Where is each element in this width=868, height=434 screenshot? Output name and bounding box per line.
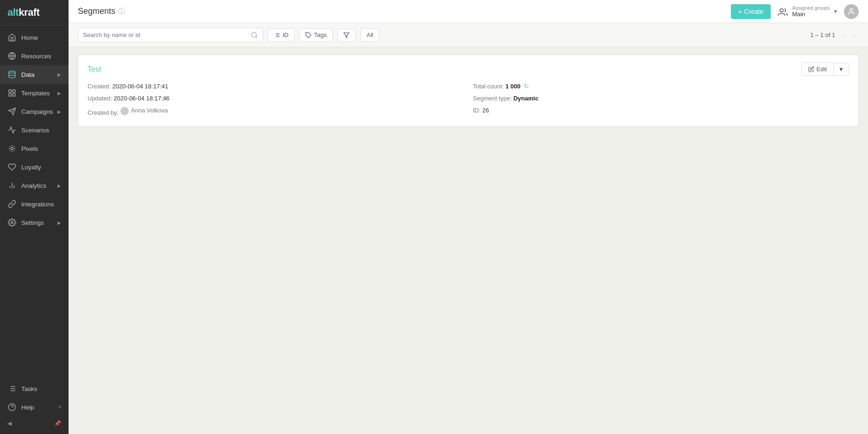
sidebar-item-data[interactable]: Data ▶	[0, 65, 69, 84]
more-options-button[interactable]: ▼	[834, 63, 849, 76]
content-area: Test Edit ▼ Created: 2020-06-04 18:17:41…	[69, 47, 868, 434]
search-icon[interactable]	[251, 31, 258, 39]
sidebar-item-label: Resources	[21, 53, 61, 60]
edit-button[interactable]: Edit	[801, 62, 834, 76]
sidebar-item-label: Data	[21, 71, 53, 78]
total-count-value: 1 000	[505, 83, 521, 90]
integrations-icon	[7, 199, 17, 209]
created-by-row: Created by: Anna Volkova	[88, 105, 464, 118]
segment-type-label: Segment type:	[473, 95, 512, 102]
sort-button[interactable]: ID	[268, 28, 295, 42]
svg-marker-33	[344, 32, 350, 37]
analytics-icon	[7, 181, 17, 190]
help-icon	[7, 403, 17, 412]
sidebar-item-campaigns[interactable]: Campaigns ▶	[0, 102, 69, 121]
created-row: Created: 2020-06-04 18:17:41	[88, 81, 464, 92]
sidebar-item-integrations[interactable]: Integrations	[0, 195, 69, 213]
group-icon	[776, 7, 789, 16]
search-input[interactable]	[83, 31, 247, 38]
tags-button[interactable]: Tags	[299, 28, 333, 42]
sidebar-item-home[interactable]: Home	[0, 28, 69, 47]
sidebar-item-label: Pixels	[21, 145, 61, 152]
creator-name: Anna Volkova	[131, 105, 168, 116]
sidebar-item-loyalty[interactable]: Loyalty	[0, 158, 69, 176]
segment-actions: Edit ▼	[801, 62, 849, 76]
tasks-icon	[7, 384, 17, 393]
data-icon	[7, 70, 17, 79]
svg-rect-4	[13, 90, 15, 92]
created-value: 2020-06-04 18:17:41	[113, 83, 169, 90]
sidebar-footer: Tasks Help ↗ ◀ 📌	[0, 376, 69, 434]
sidebar-item-pixels[interactable]: Pixels	[0, 139, 69, 158]
all-filter-button[interactable]: All	[360, 28, 379, 42]
svg-point-9	[11, 148, 13, 150]
sidebar-nav: Home Resources Data ▶ Templates ▶	[0, 25, 69, 376]
sidebar-item-scenarios[interactable]: Scenarios	[0, 121, 69, 139]
segment-name[interactable]: Test	[88, 65, 101, 74]
svg-line-25	[256, 37, 257, 38]
create-button[interactable]: + Create	[731, 4, 771, 19]
user-avatar[interactable]	[844, 4, 859, 19]
sidebar: altkraft Home Resources Data ▶	[0, 0, 69, 434]
sort-label: ID	[283, 31, 289, 38]
svg-point-2	[9, 71, 15, 74]
pagination-area: 1 – 1 of 1 ‹ ›	[810, 30, 859, 40]
total-count-label: Total count:	[473, 83, 504, 90]
id-value: 26	[482, 107, 489, 114]
segment-type-value: Dynamic	[513, 95, 538, 102]
sidebar-item-help[interactable]: Help ↗	[0, 398, 69, 416]
segment-meta: Created: 2020-06-04 18:17:41 Total count…	[88, 81, 849, 118]
home-icon	[7, 33, 17, 42]
sidebar-item-label: Loyalty	[21, 164, 61, 171]
sidebar-item-label: Campaigns	[21, 108, 53, 115]
filter-button[interactable]	[337, 29, 356, 42]
sidebar-collapse-btn[interactable]: ◀ 📌	[0, 416, 69, 430]
page-title-area: Segments ⓘ	[78, 6, 725, 16]
created-by-label: Created by:	[88, 110, 119, 117]
sidebar-item-label: Help	[21, 404, 50, 411]
svg-point-13	[11, 222, 13, 224]
sidebar-item-templates[interactable]: Templates ▶	[0, 84, 69, 102]
scenarios-icon	[7, 125, 17, 135]
external-link-icon: ↗	[57, 404, 61, 410]
chevron-right-icon: ▶	[57, 183, 61, 188]
assigned-groups-dropdown[interactable]: Assigned groups Main ▼	[776, 5, 838, 18]
chevron-right-icon: ▶	[57, 72, 61, 77]
updated-value: 2020-06-04 18:17:46	[113, 95, 170, 102]
sidebar-item-analytics[interactable]: Analytics ▶	[0, 176, 69, 195]
edit-label: Edit	[817, 66, 827, 73]
settings-icon	[7, 218, 17, 227]
toolbar: ID Tags All 1 – 1 of 1 ‹ ›	[69, 23, 868, 47]
updated-row: Updated: 2020-06-04 18:17:46	[88, 93, 464, 104]
header-right: + Create Assigned groups Main ▼	[731, 4, 859, 19]
sidebar-item-label: Tasks	[21, 385, 61, 392]
sidebar-item-resources[interactable]: Resources	[0, 47, 69, 65]
pagination-text: 1 – 1 of 1	[810, 31, 835, 38]
id-row: ID: 26	[473, 105, 849, 118]
segment-card: Test Edit ▼ Created: 2020-06-04 18:17:41…	[78, 55, 859, 126]
id-label: ID:	[473, 107, 481, 114]
segment-type-row: Segment type: Dynamic	[473, 93, 849, 104]
svg-rect-6	[9, 94, 11, 96]
next-page-button[interactable]: ›	[851, 30, 859, 40]
refresh-icon[interactable]: ↻	[524, 83, 529, 90]
app-logo[interactable]: altkraft	[7, 6, 61, 19]
dropdown-arrow-icon[interactable]: ▼	[833, 8, 838, 15]
sidebar-item-settings[interactable]: Settings ▶	[0, 213, 69, 232]
loyalty-icon	[7, 162, 17, 172]
prev-page-button[interactable]: ‹	[839, 30, 847, 40]
sidebar-item-label: Home	[21, 34, 61, 41]
info-icon[interactable]: ⓘ	[118, 7, 125, 16]
group-name: Main	[792, 11, 805, 18]
chevron-right-icon: ▶	[57, 91, 61, 96]
templates-icon	[7, 88, 17, 98]
creator-info: Anna Volkova	[120, 105, 168, 116]
sidebar-item-label: Scenarios	[21, 127, 61, 134]
tags-label: Tags	[314, 31, 327, 38]
search-wrapper[interactable]	[78, 28, 263, 42]
updated-label: Updated:	[88, 95, 112, 102]
pin-icon: 📌	[54, 420, 61, 427]
sidebar-item-tasks[interactable]: Tasks	[0, 379, 69, 398]
svg-rect-3	[9, 90, 11, 92]
top-header: Segments ⓘ + Create Assigned groups Main…	[69, 0, 868, 23]
